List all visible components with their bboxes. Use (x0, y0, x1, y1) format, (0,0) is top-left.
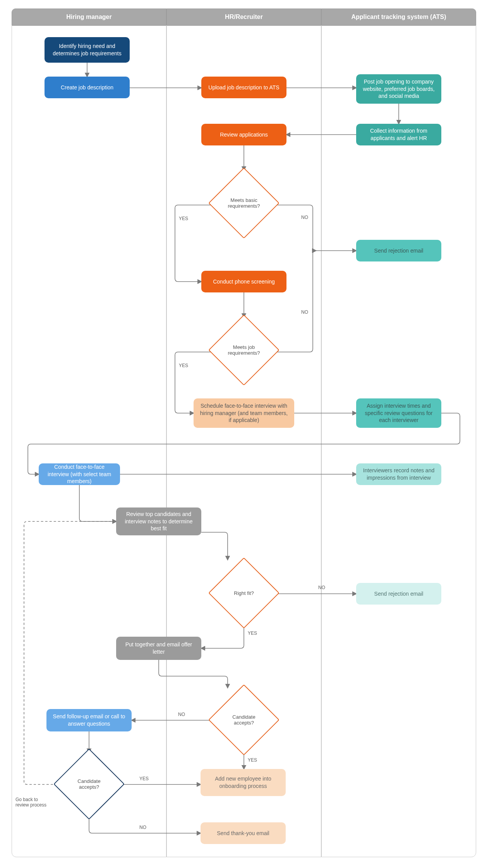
lane-header-ats: Applicant tracking system (ATS) (321, 9, 476, 26)
node-follow-up: Send follow-up email or call to answer q… (46, 709, 132, 731)
lane-header-hr: HR/Recruiter (166, 9, 321, 26)
node-create-jd: Create job description (45, 77, 130, 98)
node-review-apps: Review applications (201, 124, 286, 145)
label-no-1: NO (301, 215, 308, 220)
node-onboard: Add new employee into onboarding process (201, 769, 286, 796)
lane1-title: Hiring manager (66, 14, 111, 21)
node-offer-letter: Put together and email offer letter (116, 637, 201, 660)
node-thankyou: Send thank-you email (201, 822, 286, 844)
label-yes-1: YES (179, 216, 188, 221)
label-yes-4: YES (248, 757, 257, 763)
label-yes-5: YES (139, 776, 149, 781)
node-send-reject-2: Send rejection email (356, 583, 441, 605)
label-no-3: NO (318, 585, 325, 590)
node-upload-jd: Upload job description to ATS (201, 77, 286, 98)
node-assign-times: Assign interview times and specific revi… (356, 398, 441, 428)
label-no-2: NO (301, 309, 308, 315)
node-conduct-interview: Conduct face-to-face interview (with sel… (39, 463, 120, 485)
label-yes-2: YES (179, 363, 188, 368)
node-send-reject-1: Send rejection email (356, 240, 441, 261)
label-no-4: NO (178, 712, 185, 717)
lane-body-3 (321, 26, 476, 857)
node-phone-screen: Conduct phone screening (201, 271, 286, 292)
label-yes-3: YES (248, 630, 257, 636)
node-review-top: Review top candidates and interview note… (116, 507, 201, 535)
lane3-title: Applicant tracking system (ATS) (351, 14, 446, 21)
swimlane-diagram: Hiring manager HR/Recruiter Applicant tr… (0, 0, 487, 868)
node-collect-info: Collect information from applicants and … (356, 124, 441, 145)
node-identify-need: Identify hiring need and determines job … (45, 37, 130, 63)
label-no-5: NO (139, 825, 146, 830)
node-record-notes: Interviewers record notes and impression… (356, 463, 441, 485)
node-post-job: Post job opening to company website, pre… (356, 74, 441, 104)
node-schedule-interview: Schedule face-to-face interview with hir… (194, 398, 294, 428)
lane-header-hiring-manager: Hiring manager (12, 9, 166, 26)
label-go-back: Go back to review process (15, 797, 50, 808)
lane2-title: HR/Recruiter (225, 14, 263, 21)
lane-body-1 (12, 26, 166, 857)
